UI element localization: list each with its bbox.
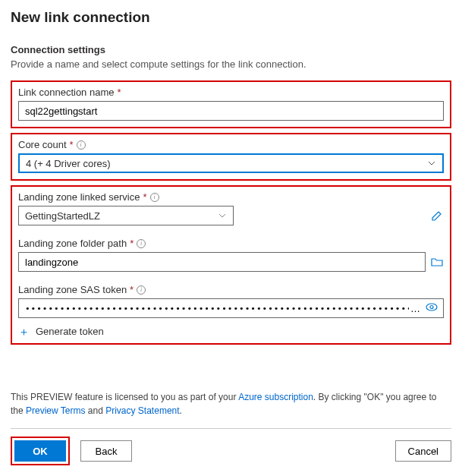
eye-icon[interactable] — [425, 301, 438, 317]
link-azure-subscription[interactable]: Azure subscription — [238, 392, 313, 402]
generate-token-button[interactable]: ＋ Generate token — [18, 326, 444, 337]
lz-service-select[interactable]: GettingStartedLZ — [18, 206, 234, 225]
highlight-box-landing-zone: Landing zone linked service * i GettingS… — [11, 185, 451, 345]
ok-button[interactable]: OK — [14, 440, 66, 462]
edit-icon[interactable] — [430, 209, 444, 222]
label-lz-service: Landing zone linked service * i — [18, 191, 444, 203]
button-bar: OK Back Cancel — [11, 428, 451, 465]
back-button[interactable]: Back — [80, 440, 132, 462]
cancel-button[interactable]: Cancel — [395, 440, 451, 462]
highlight-box-name: Link connection name * — [11, 80, 451, 128]
link-privacy-statement[interactable]: Privacy Statement — [105, 405, 179, 416]
lz-sas-input[interactable]: ••••••••••••••••••••••••••••••••••••••••… — [18, 298, 444, 318]
link-preview-terms[interactable]: Preview Terms — [26, 405, 85, 416]
svg-point-1 — [430, 306, 433, 309]
core-count-select[interactable]: 4 (+ 4 Driver cores) — [18, 153, 444, 173]
info-icon[interactable]: i — [150, 193, 159, 202]
preview-disclaimer: This PREVIEW feature is licensed to you … — [11, 390, 451, 418]
label-lz-sas: Landing zone SAS token * i — [18, 284, 444, 295]
section-heading: Connection settings — [11, 44, 451, 55]
info-icon[interactable]: i — [77, 140, 86, 150]
section-subtitle: Provide a name and select compute settin… — [11, 58, 451, 70]
label-core-count: Core count * i — [18, 139, 444, 150]
info-icon[interactable]: i — [137, 285, 146, 295]
page-title: New link connection — [11, 9, 451, 26]
info-icon[interactable]: i — [137, 239, 146, 248]
highlight-box-ok: OK — [11, 437, 70, 465]
link-name-input[interactable] — [18, 101, 444, 121]
svg-point-0 — [426, 304, 437, 311]
chevron-down-icon — [218, 211, 227, 220]
label-link-name: Link connection name * — [18, 87, 444, 98]
chevron-down-icon — [427, 159, 436, 168]
highlight-box-cores: Core count * i 4 (+ 4 Driver cores) — [11, 133, 451, 181]
folder-icon[interactable] — [430, 255, 444, 269]
lz-path-input[interactable] — [18, 252, 426, 272]
label-lz-path: Landing zone folder path * i — [18, 238, 444, 249]
plus-icon: ＋ — [18, 326, 30, 337]
password-mask: ••••••••••••••••••••••••••••••••••••••••… — [25, 304, 409, 314]
